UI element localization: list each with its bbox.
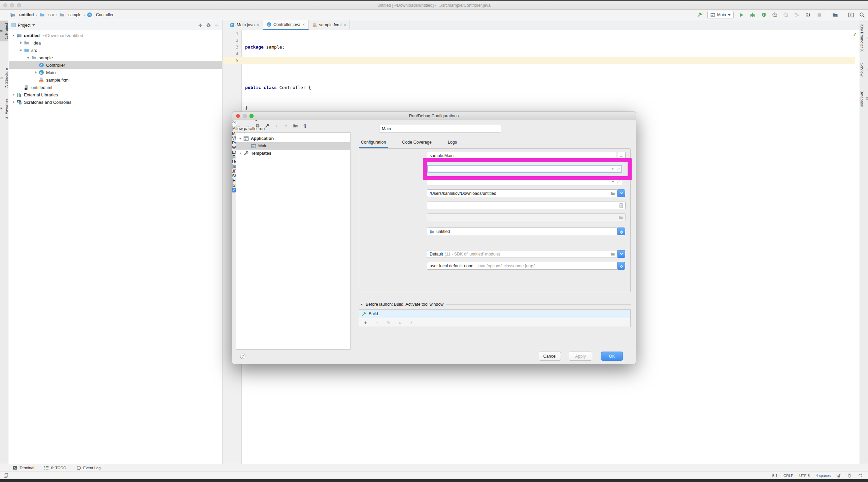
breadcrumb-controller[interactable]: C Controller: [87, 12, 114, 18]
tool-windows-toggle-icon[interactable]: [3, 473, 8, 478]
gear-icon[interactable]: [206, 22, 212, 28]
close-tab-icon[interactable]: ×: [343, 23, 346, 28]
libraries-icon: [17, 92, 22, 97]
project-panel-title[interactable]: Project: [18, 23, 30, 28]
cancel-button[interactable]: Cancel: [539, 351, 561, 361]
lock-open-icon[interactable]: [837, 474, 841, 478]
project-structure-button[interactable]: [832, 11, 838, 18]
tab-configuration[interactable]: Configuration: [359, 139, 388, 148]
tool-stripe-key-promoter[interactable]: Key Promoter X: [860, 24, 868, 52]
run-button[interactable]: [738, 11, 745, 18]
sciview-icon: [866, 67, 868, 72]
shorten-command-line-field[interactable]: user-local default: none - java [options…: [427, 262, 618, 270]
environment-variables-field[interactable]: [427, 202, 626, 209]
breadcrumb-src[interactable]: src: [39, 12, 54, 18]
tool-stripe-favorites[interactable]: 2: Favorites: [0, 98, 8, 119]
indent-setting[interactable]: 4 spaces: [816, 474, 831, 478]
config-group-templates[interactable]: Templates: [236, 150, 350, 157]
tree-item-sample[interactable]: sample: [9, 54, 222, 61]
shorten-spinner-button[interactable]: [618, 262, 625, 270]
tree-item-sample-fxml[interactable]: <> sample.fxml: [9, 76, 222, 84]
tool-stripe-database[interactable]: Database: [860, 90, 868, 107]
preview-window-button[interactable]: [847, 11, 854, 18]
tree-item-controller[interactable]: C Controller: [9, 61, 222, 69]
classpath-module-spinner-button[interactable]: [618, 228, 625, 235]
profiler-button[interactable]: [771, 11, 778, 18]
application-icon: [710, 12, 715, 17]
folder-browse-icon[interactable]: [611, 191, 615, 196]
classpath-module-field[interactable]: untitled: [427, 228, 618, 235]
tab-sample-fxml[interactable]: <> sample.fxml ×: [309, 20, 350, 30]
terminal-button[interactable]: Terminal: [13, 465, 34, 470]
browse-variables-icon[interactable]: [619, 203, 623, 208]
working-directory-field[interactable]: /Users/kannikov/Downloads/untitled: [427, 190, 618, 197]
sync-question-icon[interactable]: ?: [858, 473, 863, 478]
expand-arrow-icon[interactable]: [12, 35, 15, 36]
hide-panel-icon[interactable]: [214, 22, 219, 28]
tab-logs[interactable]: Logs: [446, 139, 459, 148]
folder-browse-icon[interactable]: [611, 252, 615, 256]
add-task-icon[interactable]: [363, 319, 368, 325]
tool-stripe-structure[interactable]: 7: Structure: [0, 68, 8, 88]
collapse-arrow-icon[interactable]: [13, 93, 14, 96]
chevron-down-icon[interactable]: [32, 24, 35, 26]
event-log-button[interactable]: Event Log: [76, 465, 101, 470]
folder-browse-icon: [619, 215, 623, 220]
add-configuration-icon[interactable]: [236, 123, 242, 129]
file-encoding[interactable]: UTF-8: [799, 474, 810, 478]
breadcrumb-untitled[interactable]: untitled: [10, 12, 34, 18]
jre-field[interactable]: Default (11 - SDK of 'untitled' module): [427, 250, 618, 258]
search-everywhere-icon[interactable]: [859, 11, 865, 18]
close-tab-icon[interactable]: ×: [302, 22, 305, 27]
tree-item-untitled-iml[interactable]: untitled.iml: [9, 84, 222, 91]
inspections-ok-icon[interactable]: ✓: [853, 32, 857, 37]
expand-arrow-icon[interactable]: [27, 57, 30, 59]
jre-dropdown-button[interactable]: [618, 250, 625, 258]
apply-button[interactable]: Apply: [569, 351, 592, 361]
collapse-arrow-icon[interactable]: [240, 152, 241, 155]
hammer-icon: [361, 311, 366, 316]
tree-item-untitled[interactable]: untitled ~/Downloads/untitled: [9, 32, 222, 39]
run-with-coverage-button[interactable]: [760, 11, 767, 18]
tab-controller-java[interactable]: C Controller.java ×: [263, 20, 309, 30]
debug-button[interactable]: [749, 11, 756, 18]
activate-tool-window-checkbox[interactable]: [232, 188, 236, 193]
collapse-arrow-icon[interactable]: [20, 41, 22, 44]
chevron-right-icon: ›: [36, 12, 37, 18]
folder-icon: [39, 12, 45, 18]
name-field[interactable]: Main: [379, 125, 501, 133]
collapse-arrow-icon[interactable]: [35, 71, 37, 74]
before-launch-item-build[interactable]: Build: [359, 310, 630, 318]
before-launch-header[interactable]: Before launch: Build, Activate tool wind…: [360, 302, 631, 307]
run-toolbar: Main: [696, 10, 865, 20]
collapse-arrow-icon[interactable]: [13, 101, 14, 104]
expand-arrow-icon[interactable]: [239, 138, 242, 140]
breadcrumb: untitled › src › sample › C Controller: [10, 10, 114, 20]
attach-to-process-button[interactable]: [805, 11, 811, 18]
run-configuration-chooser[interactable]: Main: [707, 11, 734, 19]
todo-button[interactable]: 6: TODO: [44, 465, 66, 470]
tool-stripe-sciview[interactable]: SciView: [860, 63, 868, 77]
project-panel: Project untitled ~/Downloads/untitled: [9, 20, 222, 464]
tree-item-src[interactable]: src: [9, 47, 222, 54]
tab-main-java[interactable]: C Main.java ×: [226, 20, 263, 30]
collapse-all-icon[interactable]: [197, 22, 204, 28]
tree-item-main[interactable]: C Main: [9, 69, 222, 76]
collapse-section-icon[interactable]: [360, 304, 363, 305]
window-titlebar[interactable]: untitled [~/Downloads/untitled] - .../sr…: [0, 1, 868, 10]
hector-inspections-icon[interactable]: [847, 473, 852, 478]
working-directory-dropdown-button[interactable]: [618, 190, 625, 197]
ok-button[interactable]: OK: [601, 351, 623, 361]
tab-code-coverage[interactable]: Code Coverage: [400, 139, 434, 148]
build-hammer-icon[interactable]: [696, 11, 703, 18]
dialog-help-icon[interactable]: ?: [240, 353, 245, 359]
caret-position[interactable]: 5:1: [772, 474, 777, 478]
line-separator[interactable]: CRLF: [783, 474, 793, 478]
tree-item-idea[interactable]: .idea: [9, 39, 222, 47]
close-tab-icon[interactable]: ×: [257, 23, 259, 28]
tree-item-external-libraries[interactable]: External Libraries: [9, 91, 222, 98]
tree-item-scratches[interactable]: Scratches and Consoles: [9, 98, 222, 106]
tool-stripe-project[interactable]: 1: Project: [0, 21, 8, 41]
breadcrumb-sample[interactable]: sample: [59, 12, 82, 18]
expand-arrow-icon[interactable]: [20, 50, 22, 51]
